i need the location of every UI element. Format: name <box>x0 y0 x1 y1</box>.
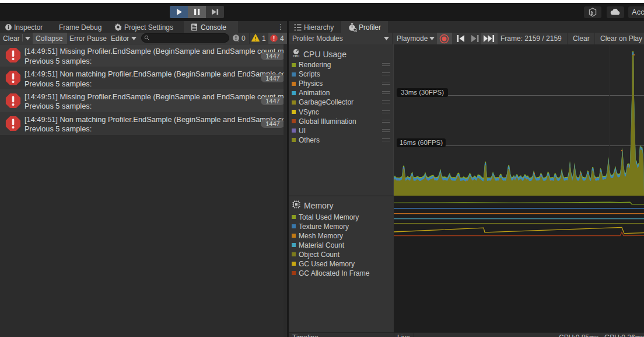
svg-text:CPU: CPU <box>293 54 299 58</box>
